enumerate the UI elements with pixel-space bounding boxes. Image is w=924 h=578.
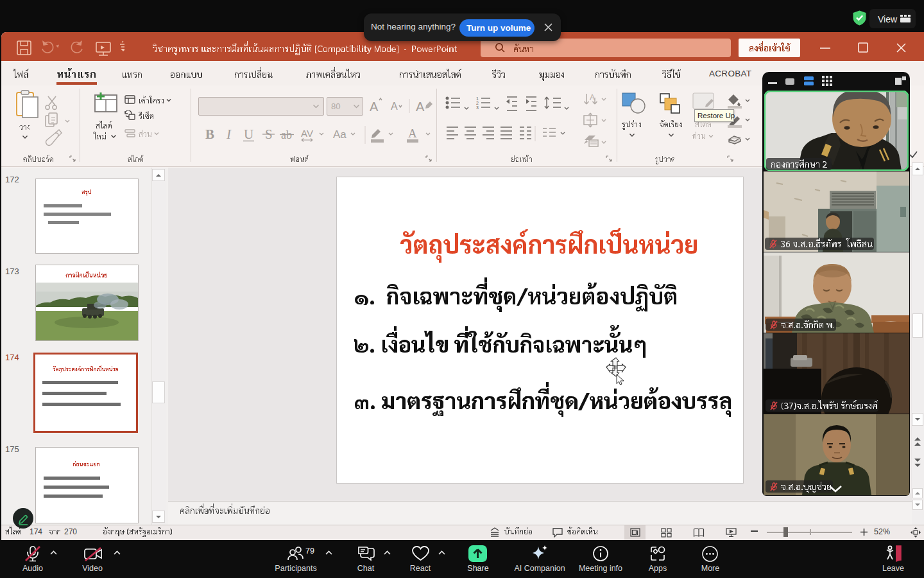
svg-text:A: A — [590, 93, 595, 102]
svg-text:I: I — [226, 127, 232, 142]
svg-text:A: A — [408, 127, 417, 140]
svg-text:U: U — [244, 127, 253, 142]
svg-text:Aa: Aa — [333, 128, 346, 141]
svg-text:A: A — [391, 101, 398, 112]
svg-text:2: 2 — [476, 101, 479, 105]
svg-text:1: 1 — [476, 96, 479, 101]
svg-text:A: A — [416, 100, 425, 114]
svg-text:B: B — [205, 127, 214, 142]
svg-text:A: A — [370, 100, 379, 114]
svg-text:3: 3 — [476, 105, 479, 110]
svg-text:AV: AV — [301, 128, 313, 139]
